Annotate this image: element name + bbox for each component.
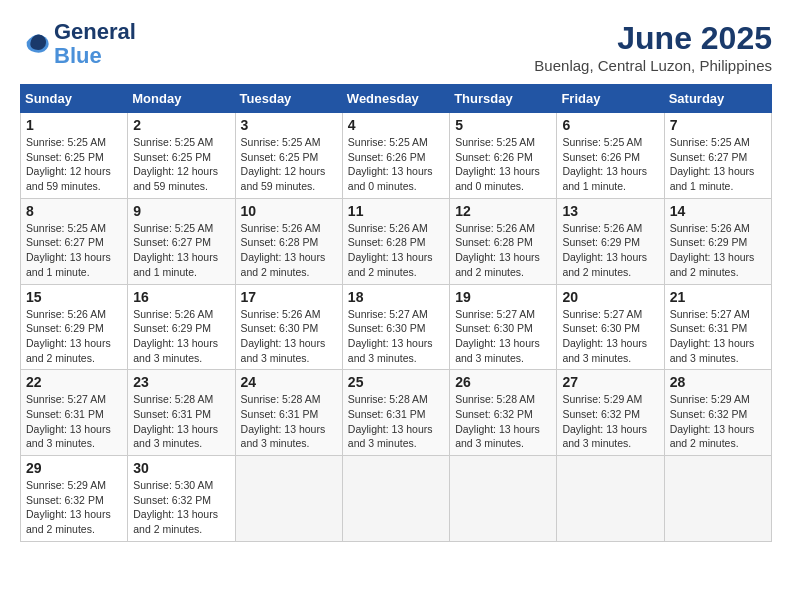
day-number: 19 xyxy=(455,289,551,305)
day-number: 9 xyxy=(133,203,229,219)
weekday-header-sunday: Sunday xyxy=(21,85,128,113)
day-number: 5 xyxy=(455,117,551,133)
calendar-cell: 22Sunrise: 5:27 AM Sunset: 6:31 PM Dayli… xyxy=(21,370,128,456)
day-info: Sunrise: 5:29 AM Sunset: 6:32 PM Dayligh… xyxy=(670,392,766,451)
subtitle: Buenlag, Central Luzon, Philippines xyxy=(534,57,772,74)
day-info: Sunrise: 5:28 AM Sunset: 6:31 PM Dayligh… xyxy=(133,392,229,451)
day-number: 10 xyxy=(241,203,337,219)
calendar-cell: 4Sunrise: 5:25 AM Sunset: 6:26 PM Daylig… xyxy=(342,113,449,199)
day-info: Sunrise: 5:25 AM Sunset: 6:27 PM Dayligh… xyxy=(133,221,229,280)
calendar-cell: 5Sunrise: 5:25 AM Sunset: 6:26 PM Daylig… xyxy=(450,113,557,199)
day-number: 6 xyxy=(562,117,658,133)
day-info: Sunrise: 5:25 AM Sunset: 6:26 PM Dayligh… xyxy=(348,135,444,194)
day-number: 3 xyxy=(241,117,337,133)
weekday-header-monday: Monday xyxy=(128,85,235,113)
day-number: 2 xyxy=(133,117,229,133)
calendar-cell: 11Sunrise: 5:26 AM Sunset: 6:28 PM Dayli… xyxy=(342,198,449,284)
day-info: Sunrise: 5:26 AM Sunset: 6:29 PM Dayligh… xyxy=(133,307,229,366)
calendar-cell: 17Sunrise: 5:26 AM Sunset: 6:30 PM Dayli… xyxy=(235,284,342,370)
calendar-cell: 25Sunrise: 5:28 AM Sunset: 6:31 PM Dayli… xyxy=(342,370,449,456)
day-info: Sunrise: 5:29 AM Sunset: 6:32 PM Dayligh… xyxy=(562,392,658,451)
day-number: 14 xyxy=(670,203,766,219)
calendar-cell: 26Sunrise: 5:28 AM Sunset: 6:32 PM Dayli… xyxy=(450,370,557,456)
calendar-cell: 18Sunrise: 5:27 AM Sunset: 6:30 PM Dayli… xyxy=(342,284,449,370)
day-info: Sunrise: 5:25 AM Sunset: 6:25 PM Dayligh… xyxy=(133,135,229,194)
day-info: Sunrise: 5:25 AM Sunset: 6:27 PM Dayligh… xyxy=(26,221,122,280)
day-number: 7 xyxy=(670,117,766,133)
day-number: 30 xyxy=(133,460,229,476)
weekday-header-tuesday: Tuesday xyxy=(235,85,342,113)
day-info: Sunrise: 5:26 AM Sunset: 6:28 PM Dayligh… xyxy=(455,221,551,280)
logo: GeneralBlue xyxy=(20,20,136,68)
weekday-header-thursday: Thursday xyxy=(450,85,557,113)
day-info: Sunrise: 5:27 AM Sunset: 6:30 PM Dayligh… xyxy=(562,307,658,366)
day-info: Sunrise: 5:25 AM Sunset: 6:27 PM Dayligh… xyxy=(670,135,766,194)
day-number: 25 xyxy=(348,374,444,390)
calendar-table: SundayMondayTuesdayWednesdayThursdayFrid… xyxy=(20,84,772,542)
day-info: Sunrise: 5:26 AM Sunset: 6:30 PM Dayligh… xyxy=(241,307,337,366)
day-info: Sunrise: 5:25 AM Sunset: 6:25 PM Dayligh… xyxy=(26,135,122,194)
calendar-cell xyxy=(664,456,771,542)
day-number: 11 xyxy=(348,203,444,219)
day-info: Sunrise: 5:25 AM Sunset: 6:26 PM Dayligh… xyxy=(562,135,658,194)
day-number: 17 xyxy=(241,289,337,305)
day-number: 4 xyxy=(348,117,444,133)
weekday-header-saturday: Saturday xyxy=(664,85,771,113)
calendar-cell xyxy=(235,456,342,542)
day-info: Sunrise: 5:28 AM Sunset: 6:32 PM Dayligh… xyxy=(455,392,551,451)
day-number: 21 xyxy=(670,289,766,305)
calendar-cell: 15Sunrise: 5:26 AM Sunset: 6:29 PM Dayli… xyxy=(21,284,128,370)
calendar-cell: 19Sunrise: 5:27 AM Sunset: 6:30 PM Dayli… xyxy=(450,284,557,370)
day-info: Sunrise: 5:30 AM Sunset: 6:32 PM Dayligh… xyxy=(133,478,229,537)
calendar-cell: 3Sunrise: 5:25 AM Sunset: 6:25 PM Daylig… xyxy=(235,113,342,199)
day-number: 12 xyxy=(455,203,551,219)
day-number: 22 xyxy=(26,374,122,390)
calendar-cell: 16Sunrise: 5:26 AM Sunset: 6:29 PM Dayli… xyxy=(128,284,235,370)
calendar-cell: 2Sunrise: 5:25 AM Sunset: 6:25 PM Daylig… xyxy=(128,113,235,199)
day-number: 24 xyxy=(241,374,337,390)
logo-text: GeneralBlue xyxy=(54,20,136,68)
day-info: Sunrise: 5:25 AM Sunset: 6:25 PM Dayligh… xyxy=(241,135,337,194)
day-number: 23 xyxy=(133,374,229,390)
day-number: 26 xyxy=(455,374,551,390)
day-number: 29 xyxy=(26,460,122,476)
calendar-cell: 6Sunrise: 5:25 AM Sunset: 6:26 PM Daylig… xyxy=(557,113,664,199)
calendar-cell: 7Sunrise: 5:25 AM Sunset: 6:27 PM Daylig… xyxy=(664,113,771,199)
day-info: Sunrise: 5:26 AM Sunset: 6:29 PM Dayligh… xyxy=(26,307,122,366)
calendar-cell: 13Sunrise: 5:26 AM Sunset: 6:29 PM Dayli… xyxy=(557,198,664,284)
day-number: 13 xyxy=(562,203,658,219)
day-info: Sunrise: 5:26 AM Sunset: 6:28 PM Dayligh… xyxy=(241,221,337,280)
weekday-header-friday: Friday xyxy=(557,85,664,113)
calendar-cell: 14Sunrise: 5:26 AM Sunset: 6:29 PM Dayli… xyxy=(664,198,771,284)
calendar-cell: 12Sunrise: 5:26 AM Sunset: 6:28 PM Dayli… xyxy=(450,198,557,284)
day-info: Sunrise: 5:26 AM Sunset: 6:29 PM Dayligh… xyxy=(562,221,658,280)
day-number: 8 xyxy=(26,203,122,219)
day-info: Sunrise: 5:29 AM Sunset: 6:32 PM Dayligh… xyxy=(26,478,122,537)
day-info: Sunrise: 5:27 AM Sunset: 6:31 PM Dayligh… xyxy=(26,392,122,451)
calendar-cell: 1Sunrise: 5:25 AM Sunset: 6:25 PM Daylig… xyxy=(21,113,128,199)
page-header: GeneralBlue June 2025 Buenlag, Central L… xyxy=(20,20,772,74)
calendar-cell: 30Sunrise: 5:30 AM Sunset: 6:32 PM Dayli… xyxy=(128,456,235,542)
weekday-header-wednesday: Wednesday xyxy=(342,85,449,113)
calendar-cell xyxy=(342,456,449,542)
calendar-cell: 21Sunrise: 5:27 AM Sunset: 6:31 PM Dayli… xyxy=(664,284,771,370)
day-info: Sunrise: 5:28 AM Sunset: 6:31 PM Dayligh… xyxy=(241,392,337,451)
calendar-cell xyxy=(557,456,664,542)
day-info: Sunrise: 5:26 AM Sunset: 6:28 PM Dayligh… xyxy=(348,221,444,280)
day-info: Sunrise: 5:28 AM Sunset: 6:31 PM Dayligh… xyxy=(348,392,444,451)
day-number: 27 xyxy=(562,374,658,390)
day-info: Sunrise: 5:25 AM Sunset: 6:26 PM Dayligh… xyxy=(455,135,551,194)
calendar-cell: 9Sunrise: 5:25 AM Sunset: 6:27 PM Daylig… xyxy=(128,198,235,284)
day-number: 16 xyxy=(133,289,229,305)
day-info: Sunrise: 5:27 AM Sunset: 6:31 PM Dayligh… xyxy=(670,307,766,366)
calendar-cell: 27Sunrise: 5:29 AM Sunset: 6:32 PM Dayli… xyxy=(557,370,664,456)
title-block: June 2025 Buenlag, Central Luzon, Philip… xyxy=(534,20,772,74)
logo-icon xyxy=(22,28,50,56)
day-number: 18 xyxy=(348,289,444,305)
day-number: 15 xyxy=(26,289,122,305)
calendar-cell: 29Sunrise: 5:29 AM Sunset: 6:32 PM Dayli… xyxy=(21,456,128,542)
day-info: Sunrise: 5:27 AM Sunset: 6:30 PM Dayligh… xyxy=(455,307,551,366)
calendar-cell: 23Sunrise: 5:28 AM Sunset: 6:31 PM Dayli… xyxy=(128,370,235,456)
day-info: Sunrise: 5:27 AM Sunset: 6:30 PM Dayligh… xyxy=(348,307,444,366)
day-info: Sunrise: 5:26 AM Sunset: 6:29 PM Dayligh… xyxy=(670,221,766,280)
